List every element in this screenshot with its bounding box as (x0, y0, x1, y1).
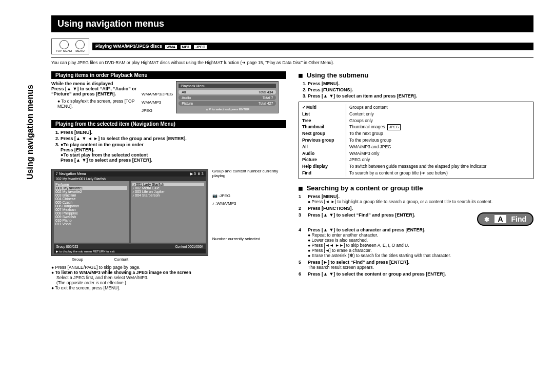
tip: To listen to WMA/MP3 while showing a JPE… (55, 270, 191, 275)
side-tab: Using navigation menus (26, 85, 35, 180)
submenu-item[interactable]: Audio (302, 150, 346, 157)
search-substep: ● Press [◄] to erase a character. (308, 248, 533, 253)
section-title: Playing WMA/MP3/JPEG discs (95, 44, 162, 49)
playback-head: Playing items in order Playback Menu (51, 71, 286, 79)
search-substep: ● Press [◄◄ ►►] to skip between A, E, I,… (308, 243, 533, 248)
fmt-mp3: MP3 (180, 45, 191, 49)
submenu-desc: To the next group (346, 130, 530, 137)
topmenu-button[interactable] (60, 40, 69, 49)
submenu-item[interactable]: Tree (302, 117, 346, 124)
search-step: Press [▲ ▼] to select “Find” and press [… (308, 212, 474, 218)
content-pane[interactable]: ♪ 001 Lady Starfish ♪ 002 Metal Glue ♪ 0… (131, 181, 206, 243)
sub-step: Press [MENU]. (308, 81, 533, 86)
nav-head: Playing from the selected item (Navigati… (51, 120, 286, 128)
submenu-desc: To search by a content or group title (➜… (346, 170, 530, 177)
anno-top: Group and content number currently playi… (212, 169, 286, 178)
search-substep: ● Press [◄ ►] to highlight a group title… (308, 199, 533, 204)
submenu-desc: Groups only (346, 117, 530, 124)
anno-num: Number currently selected (212, 237, 286, 241)
tip: (The opposite order is not effective.) (56, 280, 286, 285)
tip: To exit the screen, press [MENU]. (55, 285, 120, 290)
sub-step: Press [▲ ▼] to select an item and press … (308, 93, 533, 99)
tip: Press [ANGLE/PAGE] to skip page by page. (55, 265, 141, 270)
submenu-desc: To switch between guide messages and the… (346, 163, 530, 170)
fmt-wma: WMA (165, 45, 178, 49)
find-pill: ✽A Find (477, 212, 533, 226)
submenu-item[interactable]: Picture (302, 156, 346, 163)
header-note: You can play JPEG files on DVD-RAM or pl… (51, 60, 533, 65)
page-title: Using navigation menus (51, 15, 533, 32)
search-substep: ● Repeat to enter another character. (308, 232, 533, 238)
search-step: Press [▲ ▼] to select a character and pr… (308, 227, 533, 232)
disp-exit: To display/exit the screen, press [TOP M… (57, 99, 134, 109)
row-label: JPEG (142, 107, 173, 115)
submenu-item[interactable]: ✓Multi (302, 104, 346, 111)
anno-wma: :WMA/MP3 (215, 201, 236, 206)
submenu-item[interactable]: Previous group (302, 137, 346, 144)
submenu-desc: WMA/MP3 and JPEG (346, 144, 530, 150)
row-label: WMA/MP3/JPEG (142, 90, 173, 99)
submenu-desc: JPEG only (346, 156, 530, 163)
step: Press [▲ ▼ ◄ ►] to select the group and … (61, 136, 286, 141)
submenu-item[interactable]: Find (302, 170, 346, 177)
nav-screen: ⤴ Navigation Menu▶ 5 ⏸ 3 002 My favorite… (51, 169, 208, 256)
search-step: Press [▲ ▼] to select the content or gro… (308, 271, 533, 277)
submenu-item[interactable]: All (302, 144, 346, 150)
search-step: Press [FUNCTIONS]. (308, 206, 533, 211)
search-substep: ● Erase the asterisk (✽) to search for t… (308, 253, 533, 258)
submenu-desc: Content only (346, 111, 530, 117)
fmt-jpeg: JPEG (193, 45, 207, 49)
submenu-item[interactable]: Thumbnail (302, 124, 346, 130)
step: Press [MENU]. (61, 130, 286, 135)
press-select: Press [▲ ▼] to select “All”, “Audio” or … (51, 86, 138, 96)
submenu-desc: Thumbnail images JPEG (346, 124, 530, 130)
step: ●To play content in the group in order P… (61, 142, 286, 163)
content-label: Content (114, 257, 128, 262)
using-submenu: Using the submenu (307, 71, 369, 79)
search-title: Searching by a content or group title (307, 184, 423, 192)
submenu-desc: WMA/MP3 only (346, 150, 530, 157)
group-pane[interactable]: Perfume 001 My favorite1 002 My favorite… (54, 181, 129, 243)
submenu-item[interactable]: List (302, 111, 346, 117)
submenu-desc: To the previous group (346, 137, 530, 144)
search-substep: ● Lower case is also searched. (308, 238, 533, 243)
submenu-item[interactable]: Next group (302, 130, 346, 137)
row-label: WMA/MP3 (142, 99, 173, 107)
menu-button[interactable] (75, 40, 85, 49)
anno-jpeg: JPEG (220, 193, 230, 198)
group-label: Group (72, 257, 83, 262)
submenu-desc: Groups and content (346, 104, 530, 111)
search-step: Press [►] to select “Find” and press [EN… (308, 260, 533, 265)
sub-step: Press [FUNCTIONS]. (308, 87, 533, 92)
tip: Select a JPEG first, and then select WMA… (56, 275, 286, 280)
remote-buttons: TOP MENU MENU (51, 38, 89, 54)
search-substep: The search result screen appears. (308, 265, 533, 270)
playback-screen: Playback Menu AllTotal 434 AudioTotal 7 … (176, 81, 279, 113)
submenu-table: ✓MultiGroups and contentListContent only… (299, 102, 533, 179)
submenu-item[interactable]: Help display (302, 163, 346, 170)
while-text: While the menu is displayed (51, 81, 138, 86)
search-step: Press [MENU]. (308, 194, 533, 199)
